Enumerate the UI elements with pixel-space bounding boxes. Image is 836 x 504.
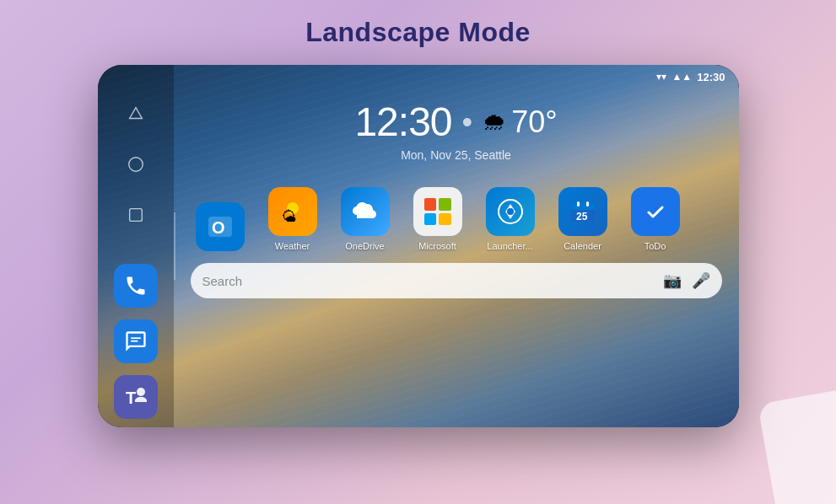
home-button[interactable]	[121, 149, 151, 180]
launcher-app-item[interactable]: Launcher...	[481, 187, 540, 251]
app-grid: O 🌤 Weather	[191, 187, 722, 251]
phone-frame: ▾▾ ▲▲ 12:30	[98, 65, 739, 427]
sidebar-apps: T	[114, 264, 158, 427]
svg-marker-0	[129, 108, 142, 119]
clock-date: Mon, Nov 25, Seattle	[401, 148, 511, 162]
svg-rect-16	[577, 201, 580, 206]
messages-app-icon[interactable]	[114, 319, 158, 363]
todo-icon	[631, 187, 680, 236]
calendar-label: Calender	[564, 241, 601, 251]
back-button[interactable]	[121, 99, 151, 129]
launcher-icon	[486, 187, 535, 236]
onedrive-icon	[341, 187, 390, 236]
temperature: 70°	[511, 105, 557, 140]
ms-grid	[424, 198, 451, 225]
weather-info: 🌧 70°	[483, 105, 557, 140]
onedrive-app-item[interactable]: OneDrive	[336, 187, 395, 251]
camera-icon[interactable]: 📷	[663, 271, 682, 290]
outlook-icon: O	[196, 202, 245, 251]
svg-point-6	[137, 388, 145, 396]
weather-app-icon: 🌤	[268, 187, 317, 236]
search-icons: 📷 🎤	[663, 271, 710, 290]
teams-app-icon[interactable]: T	[114, 375, 158, 419]
microsoft-label: Microsoft	[418, 241, 456, 251]
recent-button[interactable]	[121, 200, 151, 230]
svg-text:T: T	[126, 389, 136, 407]
svg-rect-2	[129, 209, 142, 222]
nav-buttons	[121, 99, 151, 230]
weather-label: Weather	[275, 241, 310, 251]
phone-app-icon[interactable]	[114, 264, 158, 308]
calendar-app-item[interactable]: 25 Calender	[553, 187, 612, 251]
clock-time: 12:30	[354, 99, 451, 145]
clock-separator: •	[462, 105, 473, 140]
svg-text:25: 25	[576, 211, 588, 223]
outlook-app-item[interactable]: O	[191, 202, 250, 251]
svg-text:O: O	[212, 218, 225, 237]
weather-icon: 🌧	[483, 108, 506, 136]
svg-text:🌤: 🌤	[282, 208, 297, 225]
calendar-icon: 25	[558, 187, 607, 236]
microphone-icon[interactable]: 🎤	[692, 271, 710, 290]
decorative-card	[758, 387, 836, 504]
svg-rect-19	[644, 200, 667, 223]
left-sidebar: T	[98, 65, 174, 427]
search-placeholder: Search	[202, 274, 655, 288]
clock-widget: 12:30 • 🌧 70° Mon, Nov 25, Seattle	[191, 99, 722, 162]
svg-rect-17	[586, 201, 589, 206]
onedrive-label: OneDrive	[345, 241, 384, 251]
page-title: Landscape Mode	[305, 17, 531, 48]
svg-point-13	[507, 208, 514, 215]
todo-label: ToDo	[645, 241, 666, 251]
launcher-label: Launcher...	[487, 241, 532, 251]
todo-app-item[interactable]: ToDo	[626, 187, 685, 251]
microsoft-icon	[413, 187, 462, 236]
svg-point-1	[128, 158, 143, 172]
svg-rect-4	[131, 340, 138, 342]
weather-app-item[interactable]: 🌤 Weather	[263, 187, 322, 251]
svg-rect-3	[131, 337, 141, 339]
microsoft-app-item[interactable]: Microsoft	[408, 187, 467, 251]
search-bar[interactable]: Search 📷 🎤	[191, 263, 722, 298]
svg-rect-15	[571, 203, 595, 210]
main-area: 12:30 • 🌧 70° Mon, Nov 25, Seattle O	[174, 65, 739, 427]
